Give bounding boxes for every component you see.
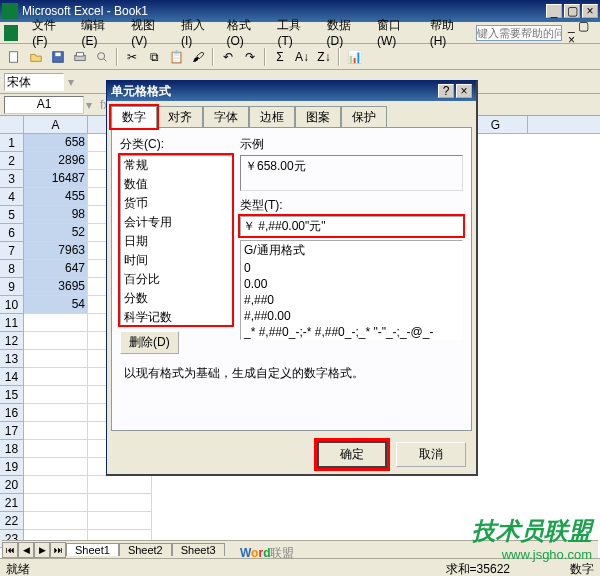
list-item[interactable]: 科学记数 — [121, 308, 231, 325]
save-icon[interactable] — [48, 47, 68, 67]
font-name-select[interactable]: 宋体 — [4, 73, 64, 91]
tab-align[interactable]: 对齐 — [157, 106, 203, 128]
tab-font[interactable]: 字体 — [203, 106, 249, 128]
row-header[interactable]: 3 — [0, 170, 23, 188]
sort-asc-icon[interactable]: A↓ — [292, 47, 312, 67]
new-icon[interactable] — [4, 47, 24, 67]
list-item[interactable]: 分数 — [121, 289, 231, 308]
list-item[interactable]: 常规 — [121, 156, 231, 175]
sheet-tab[interactable]: Sheet3 — [172, 543, 225, 556]
row-header[interactable]: 8 — [0, 260, 23, 278]
row-header[interactable]: 17 — [0, 422, 23, 440]
print-icon[interactable] — [70, 47, 90, 67]
paste-icon[interactable]: 📋 — [166, 47, 186, 67]
cell[interactable]: 3695 — [24, 278, 88, 296]
row-header[interactable]: 16 — [0, 404, 23, 422]
tab-border[interactable]: 边框 — [249, 106, 295, 128]
dialog-titlebar[interactable]: 单元格格式 ? × — [107, 81, 476, 101]
menu-data[interactable]: 数据(D) — [321, 15, 369, 50]
list-item[interactable]: 会计专用 — [121, 213, 231, 232]
menu-insert[interactable]: 插入(I) — [175, 15, 219, 50]
type-input[interactable] — [240, 216, 463, 236]
row-header[interactable]: 21 — [0, 494, 23, 512]
row-header[interactable]: 6 — [0, 224, 23, 242]
cancel-button[interactable]: 取消 — [396, 442, 466, 467]
menu-file[interactable]: 文件(F) — [26, 15, 73, 50]
preview-icon[interactable] — [92, 47, 112, 67]
list-item[interactable]: G/通用格式 — [241, 241, 462, 260]
menu-edit[interactable]: 编辑(E) — [75, 15, 123, 50]
col-header[interactable]: A — [24, 116, 88, 133]
cell[interactable]: 2896 — [24, 152, 88, 170]
format-painter-icon[interactable]: 🖌 — [188, 47, 208, 67]
cell[interactable]: 7963 — [24, 242, 88, 260]
menu-tools[interactable]: 工具(T) — [271, 15, 318, 50]
row-header[interactable]: 7 — [0, 242, 23, 260]
sum-icon[interactable]: Σ — [270, 47, 290, 67]
undo-icon[interactable]: ↶ — [218, 47, 238, 67]
close-button[interactable]: × — [582, 4, 598, 18]
list-item[interactable]: #,##0.00 — [241, 308, 462, 324]
dialog-help-button[interactable]: ? — [438, 84, 454, 98]
row-header[interactable]: 22 — [0, 512, 23, 530]
row-header[interactable]: 14 — [0, 368, 23, 386]
row-header[interactable]: 4 — [0, 188, 23, 206]
select-all-corner[interactable] — [0, 116, 23, 134]
cell[interactable]: 52 — [24, 224, 88, 242]
tab-nav-prev-icon[interactable]: ◀ — [18, 542, 34, 558]
row-header[interactable]: 12 — [0, 332, 23, 350]
row-header[interactable]: 20 — [0, 476, 23, 494]
chart-icon[interactable]: 📊 — [344, 47, 364, 67]
row-header[interactable]: 9 — [0, 278, 23, 296]
tab-pattern[interactable]: 图案 — [295, 106, 341, 128]
cell[interactable]: 658 — [24, 134, 88, 152]
cell[interactable]: 98 — [24, 206, 88, 224]
app-icon[interactable] — [4, 25, 18, 41]
format-code-listbox[interactable]: G/通用格式 0 0.00 #,##0 #,##0.00 _* #,##0_-;… — [240, 240, 463, 340]
row-header[interactable]: 1 — [0, 134, 23, 152]
list-item[interactable]: 时间 — [121, 251, 231, 270]
row-header[interactable]: 10 — [0, 296, 23, 314]
row-header[interactable]: 11 — [0, 314, 23, 332]
row-header[interactable]: 19 — [0, 458, 23, 476]
tab-nav-next-icon[interactable]: ▶ — [34, 542, 50, 558]
menu-help[interactable]: 帮助(H) — [424, 15, 472, 50]
list-item[interactable]: #,##0 — [241, 292, 462, 308]
redo-icon[interactable]: ↷ — [240, 47, 260, 67]
row-header[interactable]: 5 — [0, 206, 23, 224]
copy-icon[interactable]: ⧉ — [144, 47, 164, 67]
list-item[interactable]: 0 — [241, 260, 462, 276]
dialog-close-button[interactable]: × — [456, 84, 472, 98]
list-item[interactable]: 货币 — [121, 194, 231, 213]
category-listbox[interactable]: 常规 数值 货币 会计专用 日期 时间 百分比 分数 科学记数 文本 特殊 自定… — [120, 155, 232, 325]
row-header[interactable]: 18 — [0, 440, 23, 458]
tab-number[interactable]: 数字 — [111, 106, 157, 128]
ok-button[interactable]: 确定 — [317, 441, 387, 468]
menu-format[interactable]: 格式(O) — [221, 15, 270, 50]
restore-button[interactable]: ▢ — [564, 4, 580, 18]
sheet-tab[interactable]: Sheet2 — [119, 543, 172, 556]
cut-icon[interactable]: ✂ — [122, 47, 142, 67]
sort-desc-icon[interactable]: Z↓ — [314, 47, 334, 67]
list-item[interactable]: 百分比 — [121, 270, 231, 289]
row-header[interactable]: 2 — [0, 152, 23, 170]
name-box[interactable]: A1 — [4, 96, 84, 114]
list-item[interactable]: 数值 — [121, 175, 231, 194]
menu-view[interactable]: 视图(V) — [125, 15, 173, 50]
row-header[interactable]: 15 — [0, 386, 23, 404]
tab-nav-first-icon[interactable]: ⏮ — [2, 542, 18, 558]
menu-window[interactable]: 窗口(W) — [371, 15, 422, 50]
help-search-input[interactable] — [476, 25, 562, 41]
cell[interactable]: 16487 — [24, 170, 88, 188]
cell[interactable]: 54 — [24, 296, 88, 314]
minimize-button[interactable]: _ — [546, 4, 562, 18]
list-item[interactable]: 日期 — [121, 232, 231, 251]
cell[interactable]: 647 — [24, 260, 88, 278]
list-item[interactable]: _* #,##0_-;-* #,##0_-;_* "-"_-;_-@_- — [241, 324, 462, 340]
delete-button[interactable]: 删除(D) — [120, 331, 179, 354]
list-item[interactable]: 0.00 — [241, 276, 462, 292]
cell[interactable]: 455 — [24, 188, 88, 206]
open-icon[interactable] — [26, 47, 46, 67]
tab-protect[interactable]: 保护 — [341, 106, 387, 128]
row-header[interactable]: 13 — [0, 350, 23, 368]
